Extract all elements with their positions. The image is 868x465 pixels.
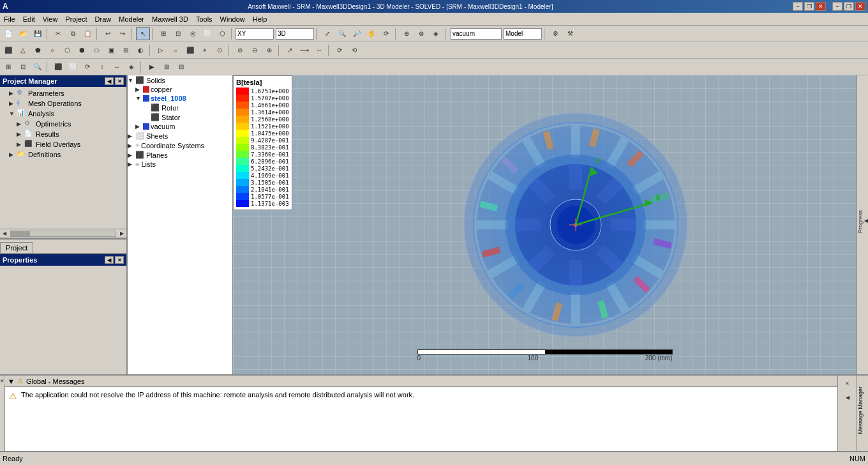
tb3-b5[interactable]: ⬜ [66, 61, 80, 73]
tb-c1[interactable]: ⊕ [400, 27, 414, 40]
tb-pan[interactable]: ✋ [364, 27, 378, 40]
menu-maxwell3d[interactable]: Maxwell 3D [148, 14, 192, 24]
tb-rotate[interactable]: ⟳ [379, 27, 393, 40]
menu-project[interactable]: Project [61, 14, 91, 24]
tb-save[interactable]: 💾 [31, 27, 45, 40]
tb-copy[interactable]: ⧉ [66, 27, 80, 40]
tb-fit[interactable]: ⤢ [320, 27, 334, 40]
pm-close[interactable]: ✕ [115, 77, 124, 85]
tb-cut[interactable]: ✂ [51, 27, 65, 40]
prop-close[interactable]: ✕ [115, 256, 124, 264]
tb2-b14[interactable]: ⌖ [198, 44, 212, 57]
tb3-b9[interactable]: ◈ [124, 61, 138, 73]
tb-redo[interactable]: ↪ [116, 27, 130, 40]
side-tab-close[interactable]: ◀ [864, 214, 868, 227]
inner-restore-button[interactable]: ❐ [844, 2, 854, 11]
tb3-b12[interactable]: ⊟ [174, 61, 188, 73]
tree-planes[interactable]: ▶ ⬛ Planes [128, 150, 232, 160]
tb2-b19[interactable]: ↗ [283, 44, 297, 57]
tb2-b23[interactable]: ⟲ [347, 44, 361, 57]
tb-open[interactable]: 📂 [16, 27, 30, 40]
menu-view[interactable]: View [39, 14, 62, 24]
tree-solids[interactable]: ▼ ⬛ Solids [128, 75, 232, 85]
tb3-b7[interactable]: ↕ [95, 61, 109, 73]
tb2-b22[interactable]: ⟳ [333, 44, 347, 57]
tree-item-results[interactable]: ▶ 📄 Results [1, 129, 125, 139]
tb2-b11[interactable]: ▷ [154, 44, 168, 57]
tb-view-dropdown[interactable]: 3D [276, 28, 314, 40]
project-manager-scrollbar[interactable]: ◀ ▶ [0, 229, 126, 238]
menu-draw[interactable]: Draw [91, 14, 116, 24]
tb-paste[interactable]: 📋 [80, 27, 94, 40]
tb2-b2[interactable]: △ [16, 44, 30, 57]
tb3-b11[interactable]: ⊞ [160, 61, 174, 73]
menu-window[interactable]: Window [216, 14, 249, 24]
tb-model-dropdown[interactable]: Model [504, 28, 542, 40]
tb-c3[interactable]: ◈ [429, 27, 443, 40]
scroll-thumb[interactable] [11, 231, 30, 236]
tb2-b5[interactable]: ⬡ [60, 44, 74, 57]
tb2-b17[interactable]: ⊖ [248, 44, 262, 57]
tb2-b18[interactable]: ⊕ [262, 44, 276, 57]
tb2-b8[interactable]: ▣ [104, 44, 118, 57]
menu-file[interactable]: File [0, 14, 19, 24]
tree-vacuum[interactable]: ▶ vacuum [128, 122, 232, 131]
tb2-b10[interactable]: ◐ [133, 44, 147, 57]
tb2-b21[interactable]: ↔ [312, 44, 326, 57]
tb-material-dropdown[interactable]: vacuum [451, 28, 502, 40]
tb3-b6[interactable]: ⟳ [80, 61, 94, 73]
tb-d1[interactable]: ⚙ [548, 27, 562, 40]
tree-item-optimetrics[interactable]: ▶ ⚙ Optimetrics [1, 119, 125, 129]
tree-rotor[interactable]: ⬛ Rotor [128, 103, 232, 112]
tb-zoom-out[interactable]: 🔎 [350, 27, 364, 40]
tb-d2[interactable]: ⚒ [563, 27, 577, 40]
tb-b1[interactable]: ⊞ [156, 27, 170, 40]
tb2-b13[interactable]: ⬛ [183, 44, 197, 57]
scroll-left-btn[interactable]: ◀ [0, 230, 9, 238]
tb2-b3[interactable]: ⬟ [31, 44, 45, 57]
scroll-track[interactable] [10, 231, 116, 237]
tb-b3[interactable]: ◎ [186, 27, 200, 40]
menu-help[interactable]: Help [249, 14, 271, 24]
tb-b2[interactable]: ⊡ [171, 27, 185, 40]
tb2-b12[interactable]: ⬦ [168, 44, 183, 57]
tb3-b3[interactable]: 🔍 [31, 61, 45, 73]
tree-lists[interactable]: ▶ ≡ Lists [128, 160, 232, 169]
tb-c2[interactable]: ⊗ [414, 27, 428, 40]
close-button[interactable]: ✕ [816, 2, 826, 11]
tb2-b7[interactable]: ⬭ [89, 44, 103, 57]
pm-scroll-left[interactable]: ◀ [105, 77, 114, 85]
tb2-b20[interactable]: ⟿ [297, 44, 311, 57]
minimize-button[interactable]: − [793, 2, 803, 11]
tb3-b1[interactable]: ⊞ [1, 61, 15, 73]
tb-undo[interactable]: ↩ [101, 27, 115, 40]
tb2-b9[interactable]: ⊞ [119, 44, 133, 57]
restore-button[interactable]: ❐ [804, 2, 814, 11]
tb3-b2[interactable]: ⊡ [16, 61, 30, 73]
tb2-b4[interactable]: ○ [45, 44, 59, 57]
prop-scroll-left[interactable]: ◀ [105, 256, 114, 264]
tree-stator[interactable]: ⬛ Stator [128, 112, 232, 122]
tb-select[interactable]: ↖ [136, 27, 150, 40]
msg-panel-collapse[interactable]: ◀ [841, 391, 855, 404]
tree-sheets[interactable]: ▶ ⬜ Sheets [128, 131, 232, 141]
tb3-b4[interactable]: ⬛ [51, 61, 65, 73]
tab-project[interactable]: Project [0, 242, 33, 253]
tree-item-analysis[interactable]: ▼ 📊 Analysis [1, 109, 125, 119]
tb3-b10[interactable]: ▶ [145, 61, 159, 73]
tree-steel1008[interactable]: ▼ steel_1008 [128, 94, 232, 103]
tree-item-parameters[interactable]: ▶ ⚙ Parameters [1, 88, 125, 98]
tree-item-field-overlays[interactable]: ▶ ⬛ Field Overlays [1, 139, 125, 149]
tb3-b8[interactable]: ↔ [110, 61, 124, 73]
tb-b4[interactable]: ⬜ [200, 27, 214, 40]
tb2-b16[interactable]: ⊘ [233, 44, 247, 57]
inner-close-button[interactable]: ✕ [855, 2, 865, 11]
tb-b5[interactable]: ⬡ [215, 27, 229, 40]
tree-item-mesh-operations[interactable]: ▶ ⧫ Mesh Operations [1, 98, 125, 109]
tree-item-definitions[interactable]: ▶ 📁 Definitions [1, 149, 125, 160]
menu-edit[interactable]: Edit [19, 14, 39, 24]
tb-new[interactable]: 📄 [1, 27, 15, 40]
tb2-b1[interactable]: ⬛ [1, 44, 15, 57]
viewport[interactable]: B[tesla] 1.6753e+0001.5707e+0001.4661e+0… [233, 75, 857, 374]
menu-modeler[interactable]: Modeler [115, 14, 148, 24]
